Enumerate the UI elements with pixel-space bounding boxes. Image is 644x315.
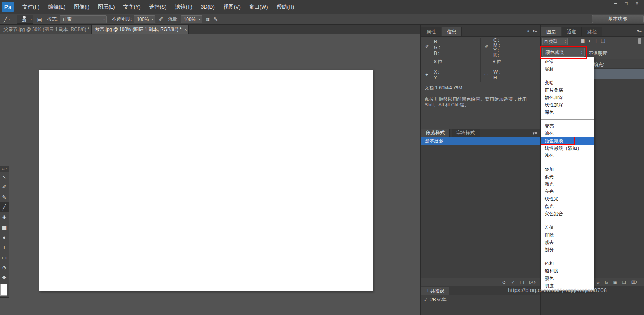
gradient-tool-icon[interactable]: ▆ (0, 222, 9, 232)
hand-tool-icon[interactable]: ✥ (0, 272, 9, 282)
zoom-tool-icon[interactable]: ⊙ (0, 262, 9, 272)
menu-item[interactable]: 选择(S) (145, 0, 171, 14)
blend-mode-option[interactable]: 变暗 (541, 79, 594, 87)
canvas[interactable] (39, 70, 373, 291)
blend-mode-option[interactable]: 减去 (541, 239, 594, 246)
add-layer-mask-icon[interactable]: ▣ (613, 280, 617, 285)
eyedropper-tool-icon[interactable]: ✎ (0, 192, 9, 202)
blend-mode-option[interactable]: 变亮 (541, 123, 594, 130)
menu-item[interactable]: 滤镜(T) (171, 0, 197, 14)
tab-character-styles[interactable]: 字符样式 (452, 129, 480, 137)
move-tool-icon[interactable]: ↖ (0, 172, 9, 182)
pressure-size-icon[interactable]: ✎ (214, 16, 218, 22)
blend-mode-option[interactable]: 点光 (541, 203, 594, 210)
brush-tool-icon[interactable]: ╱ (0, 202, 9, 212)
paint-mode-select[interactable]: 正常 ▾ (60, 15, 107, 23)
reset-style-icon[interactable]: ↺ (502, 280, 506, 285)
menu-item[interactable]: 文字(Y) (119, 0, 145, 14)
menu-item[interactable]: 视图(V) (219, 0, 245, 14)
blend-mode-option[interactable]: 颜色减淡 (541, 137, 594, 145)
link-layers-icon[interactable]: ∞ (597, 280, 600, 285)
airbrush-icon[interactable]: ≋ (206, 16, 210, 22)
minimize-button[interactable]: – (610, 0, 621, 7)
shape-tool-icon[interactable]: ▭ (0, 252, 9, 262)
menu-item[interactable]: 图层(L) (94, 0, 119, 14)
paragraph-style-item-selected[interactable]: 基本段落 (421, 137, 540, 145)
tab-info[interactable]: 信息 (442, 27, 462, 36)
commit-style-icon[interactable]: ✓ (511, 280, 515, 285)
opacity-select[interactable]: 100% ▾ (134, 15, 155, 23)
filter-type-layers-icon[interactable]: T (595, 38, 598, 44)
blend-mode-option[interactable]: 颜色 (541, 275, 594, 282)
blend-mode-option[interactable]: 叠加 (541, 166, 594, 173)
filter-adjustment-layers-icon[interactable]: ◐ (588, 38, 591, 44)
type-tool-icon[interactable]: T (0, 242, 9, 252)
layer-effects-icon[interactable]: fx (605, 280, 608, 285)
toggle-brush-panel-icon[interactable]: ▤ (37, 16, 42, 22)
blend-mode-option[interactable]: 实色混合 (541, 210, 594, 217)
blend-mode-option[interactable]: 排除 (541, 231, 594, 239)
filter-shape-layers-icon[interactable]: ❑ (601, 38, 605, 44)
watermark-text: https://blog.csdn.net/yingqiaoqiao0708 (508, 287, 607, 293)
blend-mode-option[interactable]: 滤色 (541, 130, 594, 137)
blend-mode-option[interactable]: 浅色 (541, 152, 594, 159)
panel-menu-icon[interactable]: ▾≡ (533, 131, 537, 136)
layer-kind-filter-select[interactable]: ⊡ 类型 ▲ ▼ (542, 38, 568, 45)
blend-mode-option[interactable]: 深色 (541, 109, 594, 116)
tab-channels[interactable]: 通道 (562, 27, 582, 36)
new-style-icon[interactable]: ❏ (520, 280, 524, 285)
current-tool-button[interactable]: ╱ ▾ (0, 14, 13, 24)
blend-mode-option[interactable]: 线性光 (541, 195, 594, 203)
pressure-opacity-icon[interactable]: ✐ (159, 16, 163, 22)
menu-item[interactable]: 3D(D) (197, 0, 219, 14)
blend-mode-option[interactable]: 柔光 (541, 173, 594, 181)
foreground-color-swatch[interactable] (0, 284, 7, 296)
tab-paragraph-styles[interactable]: 段落样式 (421, 129, 450, 137)
menu-item[interactable]: 帮助(H) (272, 0, 298, 14)
blend-mode-option[interactable]: 强光 (541, 181, 594, 188)
filter-switch-icon[interactable] (638, 38, 641, 44)
new-layer-icon[interactable]: ❏ (622, 280, 626, 285)
panel-menu-icon[interactable]: ▾≡ (533, 28, 537, 33)
close-button[interactable]: × (632, 0, 642, 7)
tool-preset-item[interactable]: ✓ 2B 铅笔 (421, 295, 540, 303)
blend-mode-option[interactable]: 颜色加深 (541, 94, 594, 101)
maximize-button[interactable]: □ (621, 0, 632, 7)
menu-item[interactable]: 编辑(E) (44, 0, 70, 14)
document-tab-active[interactable]: 故宫.jpg @ 100% (图层 1 副本, RGB/8#) * × (92, 25, 189, 34)
tab-layers[interactable]: 图层 (541, 27, 561, 36)
close-tab-icon[interactable]: × (184, 27, 187, 33)
blend-mode-option[interactable]: 线性减淡（添加） (541, 145, 594, 152)
flow-select[interactable]: 100% ▾ (181, 15, 202, 23)
blur-tool-icon[interactable]: ● (0, 232, 9, 242)
blend-mode-option[interactable]: 色相 (541, 260, 594, 267)
tab-paths[interactable]: 路径 (582, 27, 602, 36)
healing-brush-tool-icon[interactable]: ✚ (0, 212, 9, 222)
delete-style-icon[interactable]: ⌦ (529, 280, 536, 285)
delete-layer-icon[interactable]: ⌦ (631, 280, 637, 285)
tab-properties[interactable]: 属性 (421, 27, 441, 36)
tab-tool-presets[interactable]: 工具预设 (421, 287, 449, 295)
blend-mode-option[interactable]: 饱和度 (541, 267, 594, 275)
blend-mode-option[interactable]: 亮光 (541, 188, 594, 195)
blend-mode-select[interactable]: 颜色减淡 ▲ ▼ (542, 48, 585, 57)
lasso-tool-icon[interactable]: ✐ (0, 182, 9, 192)
menu-item[interactable]: 窗口(W) (245, 0, 272, 14)
blend-mode-option[interactable]: 线性加深 (541, 101, 594, 109)
brush-preset-picker[interactable]: 28 ▾ (17, 15, 33, 24)
blend-mode-option[interactable]: 正常 (541, 58, 594, 65)
layers-opacity-label: 不透明度: (589, 50, 608, 57)
filter-pixel-layers-icon[interactable]: ▦ (581, 38, 585, 44)
panel-menu-icon[interactable]: ▾≡ (637, 28, 642, 33)
menu-item[interactable]: 图像(I) (70, 0, 94, 14)
blend-mode-option[interactable]: 溶解 (541, 65, 594, 73)
document-tab[interactable]: 父亲节.jpg @ 50% (图层 1 副本, RGB/8) * × (0, 25, 92, 34)
menu-item[interactable]: 文件(F) (18, 0, 44, 14)
toolbar-collapse-header[interactable]: ◂◂ × (0, 166, 9, 172)
blend-mode-option[interactable]: 差值 (541, 224, 594, 231)
blend-mode-option[interactable]: 正片叠底 (541, 87, 594, 94)
blend-mode-option[interactable]: 划分 (541, 246, 594, 253)
workspace-switcher-button[interactable]: 基本功能 (592, 15, 644, 23)
collapse-panel-icon[interactable]: » (527, 28, 529, 33)
panel-header-icons: ▾≡ (637, 28, 642, 33)
